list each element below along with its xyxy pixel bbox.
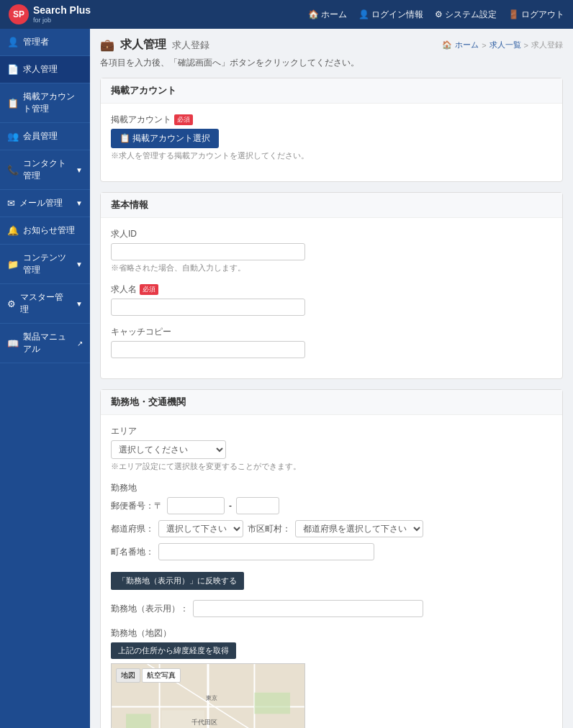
chevron-down-icon4: ▼ <box>76 300 83 308</box>
page-subtitle: 求人登録 <box>172 39 209 52</box>
town-input[interactable] <box>158 543 374 560</box>
postal-label: 郵便番号：〒 <box>111 500 163 512</box>
sidebar-item-account-mgmt[interactable]: 📋 掲載アカウント管理 <box>0 83 90 123</box>
catch-copy-group: キャッチコピー <box>111 326 552 358</box>
town-label: 町名番地： <box>111 546 154 558</box>
page-title: 求人管理 <box>120 37 166 53</box>
breadcrumb-home-link[interactable]: ホーム <box>455 40 479 50</box>
sidebar-item-manual[interactable]: 📖 製品マニュアル ↗ <box>0 324 90 363</box>
prefecture-select[interactable]: 選択して下さい <box>158 520 243 537</box>
basic-info-section: 基本情報 求人ID ※省略された場合、自動入力します。 求人名 必須 キャッチコ… <box>100 192 563 379</box>
sidebar-item-notice-mgmt[interactable]: 🔔 お知らせ管理 <box>0 217 90 245</box>
svg-text:千代田区: 千代田区 <box>191 719 217 726</box>
geo-label: 勤務地（地図） <box>111 627 552 640</box>
sidebar-item-admin[interactable]: 👤 管理者 <box>0 29 90 56</box>
breadcrumb-list-link[interactable]: 求人一覧 <box>489 40 521 50</box>
catch-copy-input[interactable] <box>111 341 305 358</box>
notice-icon: 🔔 <box>7 225 19 236</box>
geo-group: 勤務地（地図） 上記の住所から緯度経度を取得 <box>111 627 552 728</box>
main-content: 💼 求人管理 求人登録 🏠 ホーム > 求人一覧 > 求人登録 各項目を入力後、… <box>90 29 573 728</box>
area-hint: ※エリア設定にて選択肢を変更することができます。 <box>111 461 552 472</box>
svg-rect-11 <box>254 693 290 714</box>
postal-input2[interactable] <box>236 497 279 514</box>
page-title-area: 💼 求人管理 求人登録 <box>100 37 209 53</box>
area-group: エリア 選択してください ※エリア設定にて選択肢を変更することができます。 <box>111 425 552 472</box>
logo-text: Search Plus for job <box>33 5 91 23</box>
sidebar: 👤 管理者 📄 求人管理 📋 掲載アカウント管理 👥 会員管理 📞 コンタクト管… <box>0 29 90 728</box>
page-icon: 💼 <box>100 38 114 52</box>
map-tab-map[interactable]: 地図 <box>116 668 140 683</box>
catch-copy-label: キャッチコピー <box>111 326 552 338</box>
page-header: 💼 求人管理 求人登録 🏠 ホーム > 求人一覧 > 求人登録 <box>100 37 563 53</box>
job-name-input[interactable] <box>111 299 305 316</box>
reflect-button[interactable]: 「勤務地（表示用）」に反映する <box>111 572 244 590</box>
nav-logout[interactable]: 🚪 ログアウト <box>508 9 564 21</box>
manual-icon: 📖 <box>7 338 19 349</box>
location-title: 勤務地・交通機関 <box>101 390 562 415</box>
nav-home[interactable]: 🏠 ホーム <box>308 9 347 21</box>
map-tabs: 地図 航空写真 <box>116 668 181 683</box>
display-address-label: 勤務地（表示用）： <box>111 603 189 615</box>
chevron-down-icon2: ▼ <box>76 199 83 207</box>
map-container: 千代田区 中央区 渋谷区 港区 江 目黒区 品川区 東京 <box>111 663 305 728</box>
town-row: 町名番地： <box>111 543 552 560</box>
sidebar-item-member-mgmt[interactable]: 👥 会員管理 <box>0 123 90 150</box>
page-description: 各項目を入力後、「確認画面へ」ボタンをクリックしてください。 <box>100 57 563 69</box>
postal-input1[interactable] <box>167 497 225 514</box>
jobs-icon: 📄 <box>7 64 19 75</box>
work-location-group: 勤務地 郵便番号：〒 - 都道府県： 選択して下さい 市区町村： 都 <box>111 482 552 617</box>
mail-icon: ✉ <box>7 198 15 209</box>
area-select[interactable]: 選択してください <box>111 440 226 459</box>
master-icon: ⚙ <box>7 299 16 309</box>
header-nav: 🏠 ホーム 👤 ログイン情報 ⚙ システム設定 🚪 ログアウト <box>308 9 564 21</box>
account-hint: ※求人を管理する掲載アカウントを選択してください。 <box>111 150 552 161</box>
display-address-input[interactable] <box>193 600 423 617</box>
job-id-input[interactable] <box>111 243 305 260</box>
sidebar-item-jobs[interactable]: 📄 求人管理 <box>0 56 90 83</box>
publisher-account-section: 掲載アカウント 掲載アカウント 必須 📋 掲載アカウント選択 ※求人を管理する掲… <box>100 78 563 182</box>
basic-info-body: 求人ID ※省略された場合、自動入力します。 求人名 必須 キャッチコピー <box>101 218 562 378</box>
get-coords-from-address-button[interactable]: 上記の住所から緯度経度を取得 <box>111 642 236 659</box>
svg-rect-9 <box>126 714 151 728</box>
account-required-badge: 必須 <box>174 114 193 125</box>
admin-icon: 👤 <box>7 37 19 47</box>
header: SP Search Plus for job 🏠 ホーム 👤 ログイン情報 ⚙ … <box>0 0 573 29</box>
job-name-required-badge: 必須 <box>140 284 158 295</box>
publisher-account-body: 掲載アカウント 必須 📋 掲載アカウント選択 ※求人を管理する掲載アカウントを選… <box>101 104 562 181</box>
job-name-group: 求人名 必須 <box>111 283 552 316</box>
chevron-down-icon: ▼ <box>76 166 83 174</box>
job-name-label: 求人名 必須 <box>111 283 552 296</box>
postal-row: 郵便番号：〒 - <box>111 497 552 514</box>
member-icon: 👥 <box>7 131 19 142</box>
svg-text:東京: 東京 <box>206 695 217 701</box>
breadcrumb: 🏠 ホーム > 求人一覧 > 求人登録 <box>442 40 563 50</box>
sidebar-item-mail-mgmt[interactable]: ✉ メール管理 ▼ <box>0 190 90 217</box>
city-select[interactable]: 都道府県を選択して下さい <box>295 520 423 537</box>
select-account-button[interactable]: 📋 掲載アカウント選択 <box>111 129 219 148</box>
account-field-group: 掲載アカウント 必須 📋 掲載アカウント選択 ※求人を管理する掲載アカウントを選… <box>111 114 552 161</box>
job-id-label: 求人ID <box>111 228 552 240</box>
postal-dash: - <box>229 501 232 511</box>
external-link-icon: ↗ <box>77 340 83 347</box>
account-label: 掲載アカウント 必須 <box>111 114 552 126</box>
chevron-down-icon3: ▼ <box>76 260 83 268</box>
map-tab-aerial[interactable]: 航空写真 <box>142 668 181 683</box>
content-icon: 📁 <box>7 259 19 270</box>
sidebar-item-contact-mgmt[interactable]: 📞 コンタクト管理 ▼ <box>0 150 90 190</box>
breadcrumb-home-icon: 🏠 <box>442 40 452 50</box>
area-label: エリア <box>111 425 552 437</box>
contact-icon: 📞 <box>7 165 19 176</box>
sidebar-item-master-mgmt[interactable]: ⚙ マスター管理 ▼ <box>0 284 90 324</box>
location-section: 勤務地・交通機関 エリア 選択してください ※エリア設定にて選択肢を変更すること… <box>100 389 563 728</box>
breadcrumb-current: 求人登録 <box>531 40 563 50</box>
city-label: 市区町村： <box>248 523 291 535</box>
display-address-row: 勤務地（表示用）： <box>111 600 552 617</box>
logo: SP Search Plus for job <box>9 4 91 24</box>
prefecture-label: 都道府県： <box>111 523 154 535</box>
nav-login-info[interactable]: 👤 ログイン情報 <box>358 9 423 21</box>
basic-info-title: 基本情報 <box>101 193 562 218</box>
prefecture-city-row: 都道府県： 選択して下さい 市区町村： 都道府県を選択して下さい <box>111 520 552 537</box>
nav-system-settings[interactable]: ⚙ システム設定 <box>435 9 497 21</box>
logo-icon: SP <box>9 4 29 24</box>
sidebar-item-content-mgmt[interactable]: 📁 コンテンツ管理 ▼ <box>0 245 90 284</box>
